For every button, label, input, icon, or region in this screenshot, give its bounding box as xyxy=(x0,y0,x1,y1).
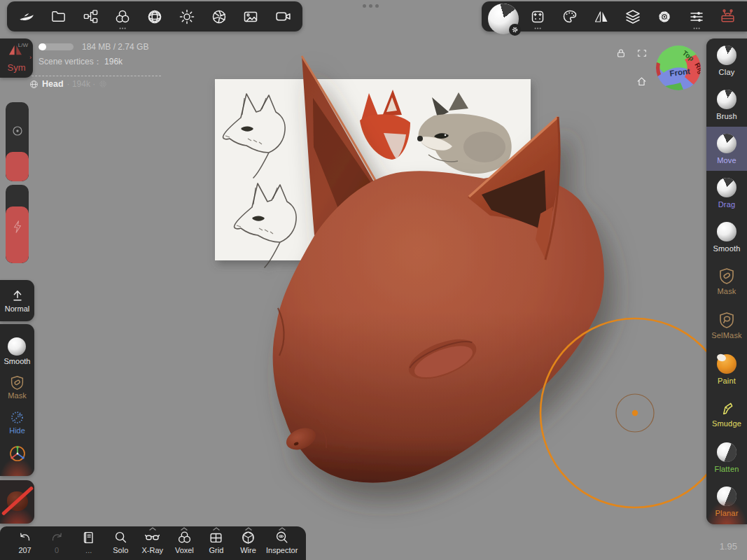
voxel-button[interactable]: Voxel xyxy=(170,530,198,560)
bottom-toolbar: 207 0 ... Solo xyxy=(0,526,306,560)
camera-icon[interactable] xyxy=(270,3,295,31)
object-row[interactable]: Head · 194k · xyxy=(29,79,107,89)
history-more: ... xyxy=(85,546,92,554)
color-palette-icon[interactable] xyxy=(557,3,582,31)
caret-up-icon xyxy=(245,527,252,531)
move-sphere-icon xyxy=(717,134,736,153)
inspector-button[interactable]: Inspector xyxy=(266,530,298,560)
grid-button[interactable]: Grid xyxy=(202,530,230,560)
multitask-handle[interactable] xyxy=(369,4,372,8)
smooth-sphere-icon xyxy=(8,337,26,356)
node-graph-icon[interactable] xyxy=(78,3,103,31)
undo-icon xyxy=(17,530,34,545)
arrow-up-icon xyxy=(11,288,25,302)
light-icon[interactable] xyxy=(174,3,200,31)
planar-sphere-icon xyxy=(717,486,736,506)
radius-slider-fill xyxy=(6,152,29,181)
fullscreen-button[interactable] xyxy=(636,48,648,59)
grid-icon xyxy=(208,530,224,545)
memory-text: 184 MB / 2.74 GB xyxy=(82,42,148,52)
wireframe-icon xyxy=(240,530,256,545)
radius-icon xyxy=(11,125,24,137)
zoom-level: 1.95 xyxy=(720,541,737,552)
disabled-material-button[interactable] xyxy=(0,480,34,524)
toolbox-icon[interactable] xyxy=(715,3,741,31)
voxel-spheres-icon xyxy=(176,530,193,545)
intensity-slider[interactable] xyxy=(6,185,29,263)
home-view-button[interactable] xyxy=(636,76,648,88)
navigation-ball[interactable]: Front Top Right xyxy=(655,45,701,91)
layers-icon[interactable] xyxy=(620,3,645,31)
post-process-icon[interactable] xyxy=(207,3,232,31)
viewport-canvas[interactable] xyxy=(0,0,747,560)
smooth-sphere-icon xyxy=(717,222,736,241)
symmetry-toggle-button[interactable]: L/W › Sym xyxy=(0,38,33,78)
intensity-slider-fill xyxy=(6,206,29,263)
mask-shield-icon xyxy=(718,267,735,284)
mask-shortcut-button[interactable]: Mask xyxy=(8,375,26,400)
solo-button[interactable]: Solo xyxy=(106,530,134,560)
environment-icon[interactable] xyxy=(142,3,167,31)
lock-view-button[interactable] xyxy=(615,48,627,59)
normal-falloff-button[interactable]: Normal xyxy=(0,280,34,321)
tool-move[interactable]: Move xyxy=(706,127,747,171)
tool-paint[interactable]: Paint xyxy=(706,348,747,392)
xray-glasses-icon xyxy=(144,530,161,545)
sculpt-tools-sidebar: Clay Brush Move Drag Smooth Mask xyxy=(706,38,747,524)
top-right-toolbar xyxy=(482,1,747,31)
object-meta: · 194k · xyxy=(67,79,96,89)
tool-brush[interactable]: Brush xyxy=(706,83,747,127)
redo-count: 0 xyxy=(55,546,59,554)
undo-count: 207 xyxy=(18,546,31,554)
settings-gear-icon[interactable] xyxy=(652,3,677,31)
memory-bar xyxy=(39,43,74,50)
redo-button[interactable]: 0 xyxy=(43,530,71,560)
caret-up-icon xyxy=(149,527,156,531)
tool-mask[interactable]: Mask xyxy=(706,259,747,303)
wireframe-mini-icon xyxy=(99,80,107,88)
history-button[interactable]: ... xyxy=(75,530,103,560)
tool-drag[interactable]: Drag xyxy=(706,171,747,215)
symmetry-icon[interactable] xyxy=(589,3,614,31)
tool-smudge[interactable]: Smudge xyxy=(706,392,747,436)
folder-icon[interactable] xyxy=(46,3,71,31)
tool-smooth[interactable]: Smooth xyxy=(706,215,747,259)
symmetry-caret: › xyxy=(29,54,32,61)
radius-slider[interactable] xyxy=(6,102,29,181)
top-left-toolbar xyxy=(7,1,302,31)
redo-icon xyxy=(48,530,65,545)
hide-icon xyxy=(10,410,25,425)
left-tool-strip: Smooth Mask Hide xyxy=(0,324,34,476)
mask-shield-icon xyxy=(10,375,25,390)
globe-icon xyxy=(29,80,39,89)
symmetry-label: Sym xyxy=(0,62,33,73)
tool-planar[interactable]: Planar xyxy=(706,480,747,524)
smooth-shortcut-button[interactable]: Smooth xyxy=(4,337,31,365)
history-book-icon xyxy=(81,530,97,545)
tool-flatten[interactable]: Flatten xyxy=(706,436,747,480)
undo-button[interactable]: 207 xyxy=(11,530,39,560)
tool-selmask[interactable]: SelMask xyxy=(706,304,747,348)
flatten-sphere-icon xyxy=(717,442,736,462)
tool-clay[interactable]: Clay xyxy=(706,38,747,83)
nomad-logo-icon[interactable] xyxy=(14,3,39,31)
brush-sphere-icon xyxy=(717,90,736,109)
smudge-icon xyxy=(719,400,735,416)
gizmo-button[interactable] xyxy=(8,444,27,463)
caret-up-icon xyxy=(213,527,220,531)
red-slash-icon xyxy=(1,486,34,516)
active-tool-button[interactable] xyxy=(488,4,519,34)
xray-button[interactable]: X-Ray xyxy=(139,530,167,560)
primitives-icon[interactable] xyxy=(110,3,135,31)
caret-up-icon xyxy=(181,527,188,531)
background-image-icon[interactable] xyxy=(238,3,263,31)
stroke-settings-icon[interactable] xyxy=(525,3,550,31)
hide-shortcut-button[interactable]: Hide xyxy=(9,410,25,435)
caret-up-icon xyxy=(279,527,286,531)
gizmo-icon xyxy=(8,444,27,463)
solo-magnifier-icon xyxy=(113,530,129,545)
app-screen: 184 MB / 2.74 GB Scene vertices： 196k He… xyxy=(0,0,747,560)
interface-sliders-icon[interactable] xyxy=(684,3,709,31)
object-name: Head xyxy=(42,79,64,89)
wire-button[interactable]: Wire xyxy=(235,530,263,560)
